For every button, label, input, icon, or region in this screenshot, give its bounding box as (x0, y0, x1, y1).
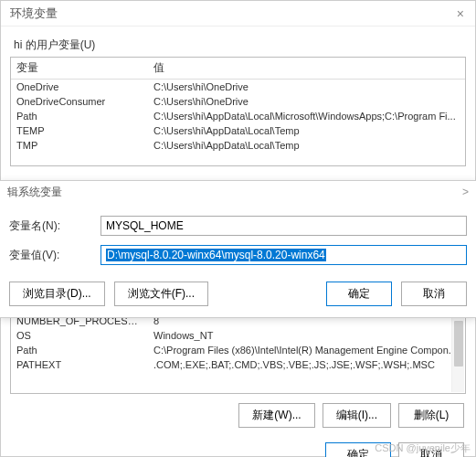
edit-buttons: 浏览目录(D)... 浏览文件(F)... 确定 取消 (0, 274, 476, 306)
dialog-title: 环境变量 (10, 5, 58, 22)
table-row[interactable]: PathC:\Program Files (x86)\Intel\Intel(R… (11, 343, 465, 357)
titlebar[interactable]: 环境变量 × (1, 1, 475, 27)
scrollbar-thumb[interactable] (454, 321, 463, 367)
user-vars-rows[interactable]: OneDriveC:\Users\hi\OneDrive OneDriveCon… (11, 80, 465, 166)
edit-dialog-title: 辑系统变量 (7, 185, 62, 200)
edit-sysvar-dialog: 辑系统变量 > 变量名(N): 变量值(V): D:\mysql-8.0.20-… (0, 180, 476, 318)
value-label: 变量值(V): (9, 248, 100, 263)
value-input-text: D:\mysql-8.0.20-winx64\mysql-8.0.20-winx… (106, 249, 326, 261)
sysvar-buttons: 新建(W)... 编辑(I)... 删除(L) (10, 403, 466, 428)
name-label: 变量名(N): (9, 218, 100, 234)
browse-file-button[interactable]: 浏览文件(F)... (114, 282, 208, 306)
header-name[interactable]: 变量 (11, 58, 148, 79)
chevron-right-icon[interactable]: > (462, 186, 469, 198)
user-vars-label: hi 的用户变量(U) (14, 37, 466, 53)
new-button[interactable]: 新建(W)... (238, 403, 314, 428)
user-vars-table: 变量 值 OneDriveC:\Users\hi\OneDrive OneDri… (10, 57, 466, 166)
edit-cancel-button[interactable]: 取消 (401, 282, 467, 306)
edit-titlebar[interactable]: 辑系统变量 > (0, 181, 476, 203)
delete-button[interactable]: 删除(L) (398, 403, 464, 428)
edit-ok-button[interactable]: 确定 (326, 282, 392, 306)
table-header: 变量 值 (11, 58, 465, 80)
table-row[interactable]: PATHEXT.COM;.EXE;.BAT;.CMD;.VBS;.VBE;.JS… (11, 357, 465, 372)
name-row: 变量名(N): (9, 216, 467, 236)
edit-body: 变量名(N): 变量值(V): D:\mysql-8.0.20-winx64\m… (0, 203, 476, 265)
name-input[interactable] (100, 216, 467, 236)
header-value[interactable]: 值 (148, 58, 465, 79)
value-row: 变量值(V): D:\mysql-8.0.20-winx64\mysql-8.0… (9, 245, 467, 265)
table-row[interactable]: OneDriveC:\Users\hi\OneDrive (11, 80, 465, 94)
table-row[interactable]: TEMPC:\Users\hi\AppData\Local\Temp (11, 123, 465, 138)
watermark: CSDN @juvenile少年 (375, 441, 471, 455)
browse-dir-button[interactable]: 浏览目录(D)... (9, 282, 105, 306)
table-row[interactable]: TMPC:\Users\hi\AppData\Local\Temp (11, 138, 465, 153)
table-row[interactable]: PathC:\Users\hi\AppData\Local\Microsoft\… (11, 109, 465, 123)
edit-button[interactable]: 编辑(I)... (323, 403, 391, 428)
value-input[interactable]: D:\mysql-8.0.20-winx64\mysql-8.0.20-winx… (100, 245, 467, 265)
close-icon[interactable]: × (451, 5, 470, 23)
table-row[interactable]: OSWindows_NT (11, 328, 465, 343)
table-row[interactable]: OneDriveConsumerC:\Users\hi\OneDrive (11, 94, 465, 109)
